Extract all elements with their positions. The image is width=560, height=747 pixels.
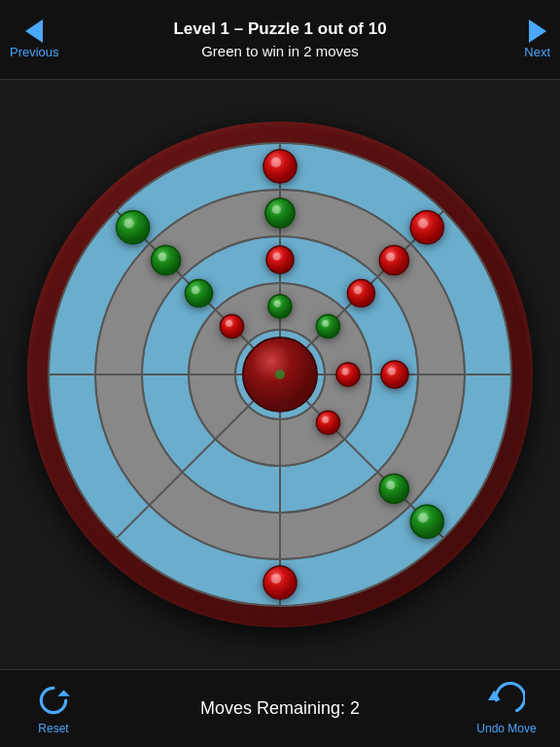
svg-point-44 [342, 369, 349, 375]
game-area [0, 80, 560, 669]
svg-point-20 [271, 158, 281, 167]
toolbar: Reset Moves Remaining: 2 Undo Move [0, 669, 560, 747]
previous-button[interactable]: Previous [10, 19, 59, 59]
svg-point-30 [387, 367, 395, 374]
svg-point-48 [418, 513, 428, 522]
svg-point-16 [275, 370, 285, 379]
svg-marker-53 [57, 690, 70, 695]
svg-point-26 [158, 253, 167, 262]
svg-point-52 [271, 574, 281, 584]
next-label: Next [524, 45, 550, 59]
svg-point-42 [322, 320, 329, 327]
svg-point-35 [186, 280, 213, 307]
svg-point-33 [266, 246, 294, 273]
svg-point-31 [347, 280, 374, 307]
svg-point-41 [316, 315, 339, 338]
reset-label: Reset [38, 722, 68, 735]
moves-remaining: Moves Remaining: 2 [88, 698, 472, 719]
svg-point-25 [152, 246, 181, 275]
undo-icon [488, 682, 525, 719]
svg-point-49 [379, 474, 408, 503]
board-svg[interactable] [47, 141, 513, 608]
svg-point-23 [265, 198, 295, 228]
svg-point-19 [263, 150, 297, 183]
svg-point-50 [386, 480, 395, 489]
svg-point-32 [354, 286, 362, 294]
svg-point-46 [322, 416, 329, 423]
svg-point-29 [381, 361, 408, 388]
next-arrow-icon [529, 19, 546, 43]
next-button[interactable]: Next [524, 19, 550, 59]
board-container[interactable] [27, 122, 533, 627]
svg-point-18 [418, 218, 428, 228]
svg-point-22 [386, 253, 395, 262]
header: Previous Level 1 – Puzzle 1 out of 10 Gr… [0, 0, 560, 80]
svg-point-36 [192, 286, 199, 294]
svg-point-39 [268, 295, 292, 318]
svg-point-34 [272, 252, 280, 260]
undo-label: Undo Move [476, 722, 536, 735]
svg-point-37 [221, 315, 244, 338]
puzzle-subtitle: Green to win in 2 moves [173, 41, 386, 61]
svg-point-38 [226, 320, 232, 327]
undo-button[interactable]: Undo Move [472, 682, 541, 735]
svg-point-40 [274, 301, 281, 307]
header-center: Level 1 – Puzzle 1 out of 10 Green to wi… [173, 18, 386, 61]
previous-label: Previous [10, 45, 59, 59]
svg-point-21 [379, 246, 408, 275]
reset-button[interactable]: Reset [19, 682, 88, 735]
svg-point-51 [263, 566, 297, 599]
svg-point-45 [316, 410, 339, 434]
svg-point-28 [123, 218, 133, 228]
svg-point-17 [410, 211, 443, 244]
reset-icon [35, 682, 72, 719]
svg-point-27 [117, 211, 150, 244]
svg-point-47 [410, 505, 443, 538]
svg-point-24 [272, 205, 281, 214]
prev-arrow-icon [25, 19, 43, 43]
puzzle-title: Level 1 – Puzzle 1 out of 10 [173, 18, 386, 41]
svg-point-43 [336, 363, 360, 386]
